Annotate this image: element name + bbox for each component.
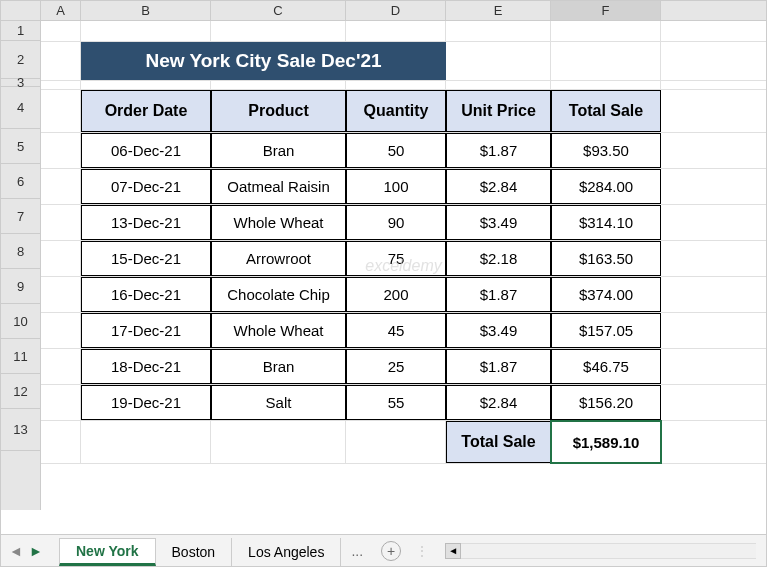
cell[interactable] <box>551 21 661 41</box>
table-header[interactable]: Quantity <box>346 90 446 132</box>
cell[interactable] <box>41 313 81 348</box>
table-title[interactable]: New York City Sale Dec'21 <box>81 42 446 80</box>
cell[interactable]: 06-Dec-21 <box>81 133 211 168</box>
cell[interactable]: 200 <box>346 277 446 312</box>
cell[interactable]: Bran <box>211 349 346 384</box>
cell[interactable]: 18-Dec-21 <box>81 349 211 384</box>
cell[interactable] <box>41 133 81 168</box>
cell[interactable] <box>346 81 446 89</box>
cell[interactable]: 100 <box>346 169 446 204</box>
cell[interactable] <box>41 421 81 463</box>
cell[interactable]: 55 <box>346 385 446 420</box>
table-header[interactable]: Total Sale <box>551 90 661 132</box>
row-header-12[interactable]: 12 <box>1 374 40 409</box>
cell[interactable] <box>446 21 551 41</box>
col-header-D[interactable]: D <box>346 1 446 20</box>
cell[interactable] <box>41 349 81 384</box>
cells-area[interactable]: New York City Sale Dec'21Order DateProdu… <box>41 21 766 510</box>
cell[interactable] <box>211 421 346 463</box>
cell[interactable]: 25 <box>346 349 446 384</box>
total-label[interactable]: Total Sale <box>446 421 551 463</box>
cell[interactable]: $2.84 <box>446 169 551 204</box>
row-header-7[interactable]: 7 <box>1 199 40 234</box>
table-header[interactable]: Product <box>211 90 346 132</box>
cell[interactable]: 13-Dec-21 <box>81 205 211 240</box>
cell[interactable]: 50 <box>346 133 446 168</box>
cell[interactable]: Salt <box>211 385 346 420</box>
cell[interactable]: $1.87 <box>446 277 551 312</box>
cell[interactable]: $3.49 <box>446 205 551 240</box>
cell[interactable]: 07-Dec-21 <box>81 169 211 204</box>
cell[interactable] <box>211 21 346 41</box>
tab-los-angeles[interactable]: Los Angeles <box>232 538 341 566</box>
cell[interactable] <box>41 169 81 204</box>
tab-more[interactable]: ... <box>341 543 373 559</box>
cell[interactable]: $157.05 <box>551 313 661 348</box>
cell[interactable]: 45 <box>346 313 446 348</box>
col-header-C[interactable]: C <box>211 1 346 20</box>
cell[interactable] <box>551 81 661 89</box>
cell[interactable] <box>81 81 211 89</box>
cell[interactable]: 75 <box>346 241 446 276</box>
cell[interactable]: Chocolate Chip <box>211 277 346 312</box>
cell[interactable]: Whole Wheat <box>211 313 346 348</box>
row-header-11[interactable]: 11 <box>1 339 40 374</box>
cell[interactable] <box>446 81 551 89</box>
cell[interactable]: $2.18 <box>446 241 551 276</box>
cell[interactable] <box>41 42 81 80</box>
cell[interactable]: Arrowroot <box>211 241 346 276</box>
scroll-track[interactable] <box>461 543 756 559</box>
horizontal-scrollbar[interactable]: ◄ <box>435 543 766 559</box>
cell[interactable]: 19-Dec-21 <box>81 385 211 420</box>
tab-next-icon[interactable]: ► <box>29 544 43 558</box>
cell[interactable] <box>211 81 346 89</box>
cell[interactable]: $156.20 <box>551 385 661 420</box>
cell[interactable] <box>81 421 211 463</box>
row-header-9[interactable]: 9 <box>1 269 40 304</box>
row-header-2[interactable]: 2 <box>1 41 40 79</box>
cell[interactable]: Whole Wheat <box>211 205 346 240</box>
select-all-corner[interactable] <box>1 1 41 20</box>
cell[interactable] <box>346 421 446 463</box>
cell[interactable]: 16-Dec-21 <box>81 277 211 312</box>
row-header-4[interactable]: 4 <box>1 87 40 129</box>
add-sheet-button[interactable]: + <box>381 541 401 561</box>
cell[interactable]: $163.50 <box>551 241 661 276</box>
row-header-6[interactable]: 6 <box>1 164 40 199</box>
scroll-left-icon[interactable]: ◄ <box>445 543 461 559</box>
total-value[interactable]: $1,589.10 <box>551 421 661 463</box>
cell[interactable]: $93.50 <box>551 133 661 168</box>
col-header-E[interactable]: E <box>446 1 551 20</box>
cell[interactable] <box>81 21 211 41</box>
cell[interactable]: $2.84 <box>446 385 551 420</box>
tab-new-york[interactable]: New York <box>59 538 156 566</box>
cell[interactable] <box>41 90 81 132</box>
row-header-13[interactable]: 13 <box>1 409 40 451</box>
tab-prev-icon[interactable]: ◄ <box>9 544 23 558</box>
cell[interactable] <box>41 21 81 41</box>
row-header-1[interactable]: 1 <box>1 21 40 41</box>
cell[interactable]: 90 <box>346 205 446 240</box>
cell[interactable]: $284.00 <box>551 169 661 204</box>
table-header[interactable]: Order Date <box>81 90 211 132</box>
cell[interactable]: 17-Dec-21 <box>81 313 211 348</box>
cell[interactable]: $1.87 <box>446 133 551 168</box>
cell[interactable] <box>41 81 81 89</box>
cell[interactable] <box>446 42 551 80</box>
col-header-F[interactable]: F <box>551 1 661 20</box>
row-header-8[interactable]: 8 <box>1 234 40 269</box>
row-header-10[interactable]: 10 <box>1 304 40 339</box>
cell[interactable]: Oatmeal Raisin <box>211 169 346 204</box>
cell[interactable]: $46.75 <box>551 349 661 384</box>
tab-boston[interactable]: Boston <box>156 538 233 566</box>
col-header-B[interactable]: B <box>81 1 211 20</box>
cell[interactable] <box>551 42 661 80</box>
cell[interactable]: $374.00 <box>551 277 661 312</box>
cell[interactable] <box>346 21 446 41</box>
table-header[interactable]: Unit Price <box>446 90 551 132</box>
cell[interactable] <box>41 385 81 420</box>
cell[interactable]: 15-Dec-21 <box>81 241 211 276</box>
cell[interactable] <box>41 241 81 276</box>
col-header-A[interactable]: A <box>41 1 81 20</box>
row-header-3[interactable]: 3 <box>1 79 40 87</box>
